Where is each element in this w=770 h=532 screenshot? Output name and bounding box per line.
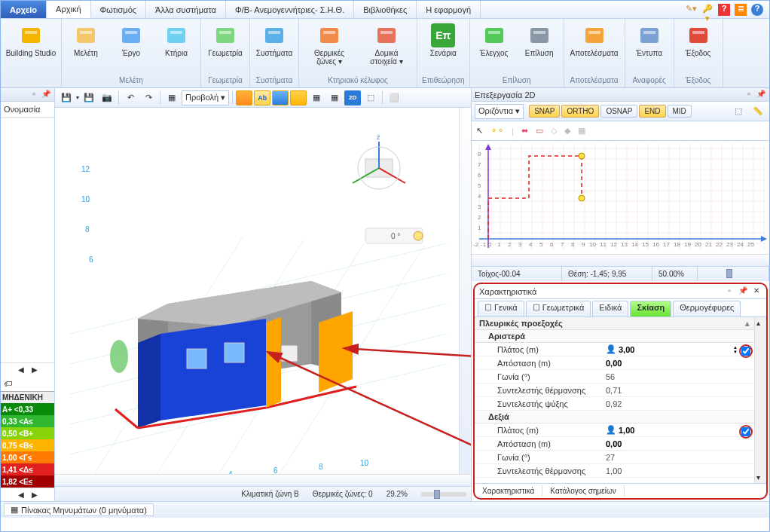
box-icon[interactable]: ▭ bbox=[536, 126, 543, 136]
prop-row[interactable]: Πλάτος (m)👤1,00 bbox=[475, 423, 754, 437]
plan-2d[interactable]: 876 543 21 -2-10 123 456 789 101112 1314… bbox=[472, 141, 769, 254]
prop-row[interactable]: Γωνία (°)27 bbox=[475, 451, 754, 464]
prop-value[interactable]: 0,00 bbox=[603, 439, 754, 448]
prop-value[interactable]: 👤1,00 bbox=[603, 425, 754, 436]
messages-tab[interactable]: ▦ Πίνακας Μηνυμάτων (0 μηνύματα) bbox=[4, 503, 154, 516]
ribbon-reports-icon[interactable]: Έντυπα bbox=[630, 22, 669, 75]
mode-btn-5[interactable]: ▦ bbox=[308, 90, 325, 105]
ribbon-zones-icon[interactable]: Θερμικές ζώνες ▾ bbox=[304, 22, 355, 75]
pin-icon[interactable]: 📌 bbox=[756, 90, 766, 100]
prop-tab-Ειδικά[interactable]: Ειδικά bbox=[592, 301, 628, 316]
save-icon[interactable]: 💾 bbox=[58, 90, 75, 105]
snap-snap[interactable]: SNAP bbox=[529, 105, 560, 118]
ribbon-check-icon[interactable]: Έλεγχος bbox=[475, 22, 514, 75]
scrollbar-vertical[interactable]: ▴ ▾ bbox=[754, 317, 766, 483]
view-combo[interactable]: Προβολή ▾ bbox=[182, 90, 229, 105]
key-icon[interactable]: 🔑▾ bbox=[701, 4, 713, 16]
snap-osnap[interactable]: OSNAP bbox=[600, 105, 637, 118]
ribbon-exit-icon[interactable]: Έξοδος bbox=[679, 22, 718, 75]
help-red-icon[interactable]: ? bbox=[718, 4, 730, 16]
window-icon[interactable]: ▫ bbox=[724, 286, 735, 297]
scrollbar-horizontal[interactable] bbox=[472, 254, 769, 266]
prop-row[interactable]: Συντελεστής ψύξης0,92 bbox=[475, 397, 754, 411]
prop-value[interactable]: 0,00 bbox=[603, 359, 754, 368]
ribbon-study-icon[interactable]: Μελέτη bbox=[66, 22, 105, 75]
prop-tab-Γενικά[interactable]: ☐ Γενικά bbox=[478, 301, 524, 316]
viewport-3d[interactable]: 12 10 8 6 2 4 6 8 10 bbox=[55, 108, 471, 474]
prop-value[interactable]: 1,00 bbox=[603, 466, 754, 475]
mode-btn-6[interactable]: ▦ bbox=[326, 90, 343, 105]
prop-value[interactable]: 0,71 bbox=[603, 386, 754, 395]
prop-tab-Θερμογέφυρες[interactable]: Θερμογέφυρες bbox=[673, 301, 741, 316]
pin-icon[interactable]: 📌 bbox=[738, 286, 748, 297]
tab-lighting[interactable]: Φωτισμός bbox=[91, 1, 147, 18]
scroll-left-right[interactable]: ◀▶ bbox=[1, 488, 54, 501]
ribbon-elements-icon[interactable]: Δομικά στοιχεία ▾ bbox=[361, 22, 412, 75]
mode-btn-1[interactable] bbox=[236, 90, 252, 105]
prop-row[interactable]: Απόσταση (m)0,00 bbox=[475, 437, 754, 451]
mode-btn-ab[interactable]: Ab bbox=[254, 90, 270, 105]
ruler-icon[interactable]: 📏 bbox=[750, 104, 766, 119]
ribbon-scenarios-icon[interactable]: ΕπΣενάρια bbox=[423, 22, 463, 75]
ribbon-buildings-icon[interactable]: Κτήρια bbox=[157, 22, 196, 75]
pin-icon[interactable]: 📌 bbox=[41, 90, 51, 100]
spinner[interactable]: ▲▼ bbox=[733, 345, 738, 354]
prop-value[interactable]: 0,92 bbox=[603, 399, 754, 408]
tab-pv[interactable]: Φ/Β- Ανεμογεννήτριες- Σ.Η.Θ. bbox=[226, 1, 354, 18]
prop-row[interactable]: Γωνία (°)56 bbox=[475, 370, 754, 384]
tab-file[interactable]: Αρχείο bbox=[1, 1, 47, 18]
prop-row[interactable]: Συντελεστής θέρμανσης0,71 bbox=[475, 384, 754, 397]
layout-icon[interactable]: ⬚ bbox=[730, 104, 747, 119]
scroll-left-right[interactable]: ◀▶ bbox=[1, 362, 54, 376]
tab-libraries[interactable]: Βιβλιοθήκες bbox=[354, 1, 417, 18]
mode-btn-3[interactable] bbox=[272, 90, 289, 105]
ribbon-solve-icon[interactable]: Επίλυση bbox=[520, 22, 559, 75]
ribbon-geometry-icon[interactable]: Γεωμετρία bbox=[206, 22, 245, 75]
diamond-icon[interactable]: ◆ bbox=[564, 126, 570, 136]
pin-icon[interactable]: ▫ bbox=[29, 90, 39, 100]
help-blue-icon[interactable]: ? bbox=[751, 4, 763, 16]
ribbon-results-icon[interactable]: Αποτελέσματα bbox=[569, 22, 620, 75]
tab-home[interactable]: Αρχική bbox=[47, 1, 90, 18]
tab-other-systems[interactable]: Άλλα συστήματα bbox=[146, 1, 226, 18]
ribbon-systems-icon[interactable]: Συστήματα bbox=[255, 22, 294, 75]
prop-tab-Σκίαση[interactable]: Σκίαση bbox=[630, 301, 671, 316]
move-icon[interactable]: ⬌ bbox=[521, 126, 528, 136]
snap-mid[interactable]: MID bbox=[668, 105, 692, 118]
style-icon[interactable]: ✎▾ bbox=[685, 4, 697, 16]
prop-value[interactable]: 27 bbox=[603, 453, 754, 462]
prop-row[interactable]: Απόσταση (m)0,00 bbox=[475, 356, 754, 370]
pointer-icon[interactable]: ↖ bbox=[476, 126, 483, 136]
prop-tab-Γεωμετρικά[interactable]: ☐ Γεωμετρικά bbox=[526, 301, 591, 316]
rss-icon[interactable]: ≣ bbox=[735, 4, 747, 16]
orientation-combo[interactable]: Οριζόντια ▾ bbox=[475, 104, 524, 119]
cube-icon[interactable]: ⬜ bbox=[386, 90, 402, 105]
property-grid[interactable]: Πλευρικές προεξοχές▴ΑριστεράΠλάτος (m)👤3… bbox=[475, 317, 754, 483]
snap-end[interactable]: END bbox=[639, 105, 665, 118]
prop-value[interactable]: 56 bbox=[603, 372, 754, 381]
close-icon[interactable]: ✕ bbox=[751, 286, 762, 297]
grid-icon[interactable]: ▦ bbox=[578, 126, 585, 136]
scrollbar-horizontal[interactable] bbox=[55, 474, 471, 486]
bottom-tab-points[interactable]: Κατάλογος σημείων bbox=[542, 485, 624, 497]
ribbon-project-icon[interactable]: Έργο bbox=[112, 22, 151, 75]
mode-btn-4[interactable] bbox=[290, 90, 307, 105]
enable-checkbox[interactable] bbox=[739, 344, 753, 358]
mode-btn-8[interactable]: ⬚ bbox=[362, 90, 379, 105]
snap-ortho[interactable]: ORTHO bbox=[561, 105, 599, 118]
prop-row[interactable]: Συντελεστής θέρμανσης1,00 bbox=[475, 464, 754, 478]
mode-2d[interactable]: 2D bbox=[344, 90, 361, 105]
prop-value[interactable]: 👤3,00▲▼ bbox=[603, 344, 754, 355]
save-as-icon[interactable]: 💾 bbox=[81, 90, 97, 105]
bottom-tab-props[interactable]: Χαρακτηριστικά bbox=[475, 485, 542, 497]
pin-icon[interactable]: ▫ bbox=[744, 90, 754, 100]
redo-icon[interactable]: ↷ bbox=[140, 90, 157, 105]
layer-icon[interactable]: ◇ bbox=[551, 126, 557, 136]
tab-app[interactable]: Η εφαρμογή bbox=[417, 1, 481, 18]
enable-checkbox[interactable] bbox=[739, 425, 753, 439]
ribbon-building-studio-icon[interactable]: Building Studio bbox=[5, 22, 57, 83]
camera-icon[interactable]: 📷 bbox=[99, 90, 115, 105]
prop-section[interactable]: Πλευρικές προεξοχές▴ bbox=[475, 317, 754, 330]
undo-icon[interactable]: ↶ bbox=[122, 90, 139, 105]
scrollbar-vertical[interactable] bbox=[459, 108, 471, 474]
